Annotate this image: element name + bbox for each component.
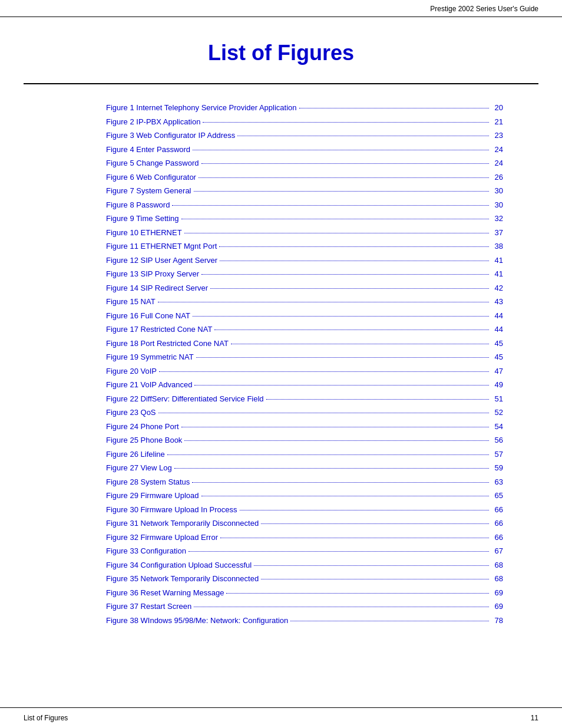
toc-entry[interactable]: Figure 12 SIP User Agent Server41 xyxy=(106,255,503,266)
toc-entry[interactable]: Figure 35 Network Temporarily Disconnect… xyxy=(106,573,503,585)
toc-dots xyxy=(261,579,489,579)
toc-entry[interactable]: Figure 37 Restart Screen69 xyxy=(106,601,503,612)
toc-entry[interactable]: Figure 23 QoS52 xyxy=(106,407,503,419)
toc-page: 24 xyxy=(491,157,503,169)
toc-entry[interactable]: Figure 24 Phone Port54 xyxy=(106,421,503,433)
toc-page: 44 xyxy=(491,324,503,335)
toc-page: 78 xyxy=(491,615,503,627)
toc-dots xyxy=(184,440,489,441)
toc-label: Figure 10 ETHERNET xyxy=(106,227,182,239)
toc-page: 67 xyxy=(491,545,503,557)
toc-entry[interactable]: Figure 21 VoIP Advanced49 xyxy=(106,379,503,391)
toc-entry[interactable]: Figure 19 Symmetric NAT45 xyxy=(106,351,503,363)
toc-entry[interactable]: Figure 27 View Log59 xyxy=(106,462,503,474)
toc-entry[interactable]: Figure 31 Network Temporarily Disconnect… xyxy=(106,518,503,529)
toc-dots xyxy=(226,593,489,594)
bottom-bar: List of Figures 11 xyxy=(0,707,562,728)
toc-dots xyxy=(299,108,489,108)
toc-dots xyxy=(201,274,489,275)
toc-entry[interactable]: Figure 33 Configuration67 xyxy=(106,545,503,557)
toc-dots xyxy=(266,399,489,400)
toc-dots xyxy=(192,482,489,483)
toc-dots xyxy=(193,316,489,317)
toc-entry[interactable]: Figure 10 ETHERNET37 xyxy=(106,227,503,239)
toc-page: 66 xyxy=(491,504,503,516)
toc-page: 37 xyxy=(491,227,503,239)
toc-entry[interactable]: Figure 22 DiffServ: Differentiated Servi… xyxy=(106,393,503,405)
toc-page: 66 xyxy=(491,532,503,543)
toc-label: Figure 24 Phone Port xyxy=(106,421,179,433)
toc-page: 24 xyxy=(491,144,503,156)
toc-entry[interactable]: Figure 28 System Status63 xyxy=(106,476,503,488)
page-container: Prestige 2002 Series User's Guide List o… xyxy=(0,0,562,728)
toc-page: 66 xyxy=(491,518,503,529)
toc-page: 54 xyxy=(491,421,503,433)
toc-dots xyxy=(240,510,489,510)
toc-dots xyxy=(199,177,489,178)
toc-entry[interactable]: Figure 18 Port Restricted Cone NAT45 xyxy=(106,338,503,350)
toc-dots xyxy=(194,607,489,607)
toc-label: Figure 30 Firmware Upload In Process xyxy=(106,504,237,516)
toc-entry[interactable]: Figure 5 Change Password24 xyxy=(106,157,503,169)
toc-page: 52 xyxy=(491,407,503,419)
toc-page: 51 xyxy=(491,393,503,405)
toc-page: 56 xyxy=(491,434,503,446)
toc-page: 30 xyxy=(491,185,503,197)
toc-entry[interactable]: Figure 11 ETHERNET Mgnt Port38 xyxy=(106,241,503,252)
toc-dots xyxy=(219,246,489,247)
toc-entry[interactable]: Figure 1 Internet Telephony Service Prov… xyxy=(106,102,503,114)
toc-entry[interactable]: Figure 26 Lifeline57 xyxy=(106,449,503,460)
toc-dots xyxy=(167,454,489,455)
toc-page: 26 xyxy=(491,172,503,183)
toc-entry[interactable]: Figure 17 Restricted Cone NAT44 xyxy=(106,324,503,335)
toc-entry[interactable]: Figure 16 Full Cone NAT44 xyxy=(106,310,503,322)
toc-page: 69 xyxy=(491,601,503,612)
toc-label: Figure 17 Restricted Cone NAT xyxy=(106,324,212,335)
toc-dots xyxy=(237,136,489,136)
toc-page: 30 xyxy=(491,199,503,211)
toc-page: 68 xyxy=(491,573,503,585)
toc-dots xyxy=(196,357,489,358)
toc-entry[interactable]: Figure 3 Web Configurator IP Address23 xyxy=(106,130,503,141)
toc-page: 57 xyxy=(491,449,503,460)
toc-page: 63 xyxy=(491,476,503,488)
toc-entry[interactable]: Figure 25 Phone Book56 xyxy=(106,434,503,446)
toc-label: Figure 25 Phone Book xyxy=(106,434,182,446)
toc-entry[interactable]: Figure 32 Firmware Upload Error66 xyxy=(106,532,503,543)
toc-label: Figure 6 Web Configurator xyxy=(106,172,196,183)
toc-entry[interactable]: Figure 20 VoIP47 xyxy=(106,365,503,377)
toc-entry[interactable]: Figure 15 NAT43 xyxy=(106,296,503,308)
toc-entry[interactable]: Figure 4 Enter Password24 xyxy=(106,144,503,156)
toc-entry[interactable]: Figure 14 SIP Redirect Server42 xyxy=(106,282,503,294)
toc-page: 69 xyxy=(491,587,503,599)
toc-entry[interactable]: Figure 8 Password30 xyxy=(106,199,503,211)
toc-entry[interactable]: Figure 30 Firmware Upload In Process66 xyxy=(106,504,503,516)
toc-label: Figure 12 SIP User Agent Server xyxy=(106,255,217,266)
toc-label: Figure 2 IP-PBX Application xyxy=(106,116,200,128)
toc-dots xyxy=(158,413,489,413)
toc-label: Figure 8 Password xyxy=(106,199,170,211)
toc-entry[interactable]: Figure 9 Time Setting32 xyxy=(106,213,503,225)
toc-entry[interactable]: Figure 2 IP-PBX Application21 xyxy=(106,116,503,128)
toc-entry[interactable]: Figure 6 Web Configurator26 xyxy=(106,172,503,183)
toc-entry[interactable]: Figure 36 Reset Warning Message69 xyxy=(106,587,503,599)
toc-page: 47 xyxy=(491,365,503,377)
toc-label: Figure 20 VoIP xyxy=(106,365,157,377)
toc-entry[interactable]: Figure 13 SIP Proxy Server41 xyxy=(106,268,503,280)
toc-page: 41 xyxy=(491,268,503,280)
toc-page: 45 xyxy=(491,351,503,363)
toc-dots xyxy=(174,468,489,469)
toc-dots xyxy=(189,551,489,552)
toc-dots xyxy=(181,219,489,219)
toc-label: Figure 33 Configuration xyxy=(106,545,186,557)
toc-entry[interactable]: Figure 29 Firmware Upload65 xyxy=(106,490,503,502)
toc-label: Figure 32 Firmware Upload Error xyxy=(106,532,218,543)
toc-entry[interactable]: Figure 7 System General30 xyxy=(106,185,503,197)
toc-entry[interactable]: Figure 38 WIndows 95/98/Me: Network: Con… xyxy=(106,615,503,627)
toc-entry[interactable]: Figure 34 Configuration Upload Successfu… xyxy=(106,559,503,571)
toc-dots xyxy=(193,150,489,150)
toc-label: Figure 38 WIndows 95/98/Me: Network: Con… xyxy=(106,615,288,627)
toc-page: 41 xyxy=(491,255,503,266)
toc-label: Figure 19 Symmetric NAT xyxy=(106,351,194,363)
top-bar: Prestige 2002 Series User's Guide xyxy=(0,0,562,17)
